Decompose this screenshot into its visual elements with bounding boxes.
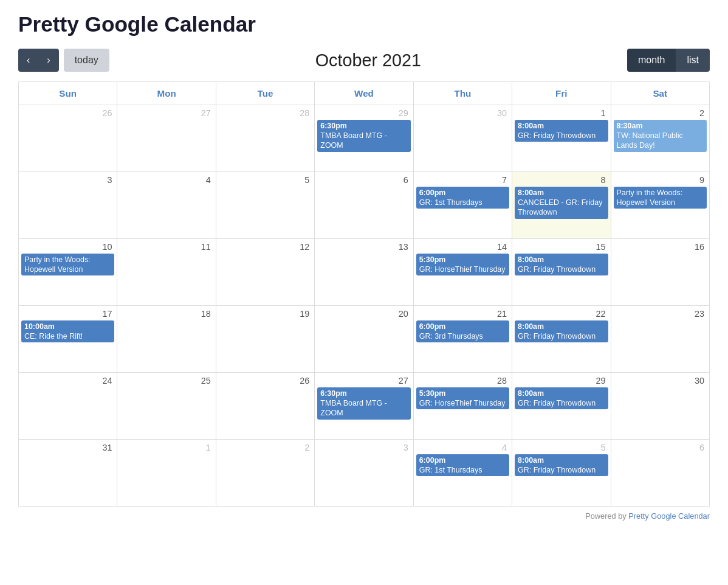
day-number: 5: [599, 441, 608, 454]
nav-group: ‹ ›: [18, 49, 59, 72]
calendar-cell: 145:30pmGR: HorseThief Thursday: [413, 239, 512, 306]
list-view-button[interactable]: list: [676, 49, 710, 72]
calendar-event[interactable]: 8:00amGR: Friday Throwdown: [515, 254, 608, 275]
calendar-cell: 76:00pmGR: 1st Thursdays: [413, 172, 512, 239]
calendar-event[interactable]: Party in the Woods: Hopewell Version: [21, 254, 114, 275]
view-group: month list: [627, 49, 710, 72]
day-number: 31: [100, 441, 114, 454]
day-number: 30: [495, 107, 509, 119]
calendar-event[interactable]: 5:30pmGR: HorseThief Thursday: [416, 254, 509, 275]
calendar-cell: 25: [117, 373, 216, 440]
calendar-event[interactable]: 10:00amCE: Ride the Rift!: [21, 320, 114, 342]
footer-link[interactable]: Pretty Google Calendar: [628, 511, 710, 521]
day-number: 10: [100, 241, 114, 253]
day-number: 21: [495, 308, 509, 320]
calendar-cell: 298:00amGR: Friday Throwdown: [512, 373, 611, 440]
calendar-cell: 3: [19, 172, 117, 239]
day-number: 29: [396, 107, 411, 119]
day-number: 6: [697, 441, 707, 454]
calendar-event[interactable]: 8:30amTW: National Public Lands Day!: [614, 120, 707, 152]
calendar-event[interactable]: 6:00pmGR: 1st Thursdays: [416, 454, 509, 476]
calendar-event[interactable]: 6:30pmTMBA Board MTG - ZOOM: [317, 120, 410, 152]
app-title: Pretty Google Calendar: [18, 12, 710, 36]
calendar-cell: 28: [216, 105, 314, 172]
calendar-cell: 28:30amTW: National Public Lands Day!: [611, 105, 709, 172]
calendar-cell: 30: [413, 105, 512, 172]
day-number: 4: [204, 174, 213, 186]
day-number: 27: [396, 375, 411, 387]
calendar-cell: 18:00amGR: Friday Throwdown: [512, 105, 611, 172]
calendar-cell: 1: [117, 440, 216, 507]
calendar-cell: 9Party in the Woods: Hopewell Version: [611, 172, 709, 239]
calendar-cell: 12: [216, 239, 314, 306]
calendar-cell: 6: [315, 172, 413, 239]
calendar-cell: 58:00amGR: Friday Throwdown: [512, 440, 611, 507]
day-number: 7: [500, 174, 509, 186]
day-header: Thu: [413, 82, 512, 105]
day-number: 4: [500, 441, 509, 454]
calendar-event[interactable]: 6:00pmGR: 3rd Thursdays: [416, 320, 509, 342]
day-header: Tue: [216, 82, 314, 105]
calendar-cell: 16: [611, 239, 709, 306]
calendar-cell: 26: [19, 105, 117, 172]
day-number: 12: [297, 241, 312, 253]
day-number: 17: [100, 308, 114, 320]
calendar-cell: 6: [611, 440, 709, 507]
calendar-event[interactable]: 8:00amGR: Friday Throwdown: [515, 120, 608, 142]
calendar-event[interactable]: 8:00amCANCELED - GR: Friday Throwdown: [515, 187, 608, 219]
calendar-cell: 20: [315, 306, 413, 373]
day-number: 15: [594, 241, 608, 253]
day-number: 3: [105, 174, 114, 186]
footer: Powered by Pretty Google Calendar: [18, 511, 710, 521]
day-header: Wed: [315, 82, 413, 105]
calendar-event[interactable]: 6:00pmGR: 1st Thursdays: [416, 187, 509, 209]
calendar-cell: 24: [19, 373, 117, 440]
calendar-cell: 5: [216, 172, 314, 239]
day-number: 25: [199, 375, 213, 387]
day-number: 9: [697, 174, 707, 186]
day-number: 6: [401, 174, 411, 186]
day-number: 23: [692, 308, 707, 320]
today-button[interactable]: today: [64, 49, 109, 72]
calendar-cell: 19: [216, 306, 314, 373]
day-number: 1: [204, 441, 213, 454]
calendar-event[interactable]: 5:30pmGR: HorseThief Thursday: [416, 387, 509, 409]
month-view-button[interactable]: month: [627, 49, 676, 72]
calendar-event[interactable]: 6:30pmTMBA Board MTG - ZOOM: [317, 387, 410, 420]
day-number: 22: [594, 308, 608, 320]
day-number: 13: [396, 241, 411, 253]
calendar-cell: 88:00amCANCELED - GR: Friday Throwdown: [512, 172, 611, 239]
day-number: 11: [199, 241, 213, 253]
calendar-cell: 228:00amGR: Friday Throwdown: [512, 306, 611, 373]
calendar-event[interactable]: 8:00amGR: Friday Throwdown: [515, 387, 608, 409]
next-button[interactable]: ›: [38, 49, 58, 72]
day-number: 24: [100, 375, 114, 387]
day-number: 2: [697, 107, 707, 119]
day-number: 5: [302, 174, 312, 186]
day-number: 16: [692, 241, 707, 253]
day-number: 19: [297, 308, 312, 320]
calendar-event[interactable]: Party in the Woods: Hopewell Version: [614, 187, 707, 209]
calendar-event[interactable]: 8:00amGR: Friday Throwdown: [515, 320, 608, 342]
day-number: 28: [495, 375, 509, 387]
footer-text: Powered by: [585, 511, 628, 521]
day-header: Sun: [19, 82, 117, 105]
calendar-cell: 285:30pmGR: HorseThief Thursday: [413, 373, 512, 440]
calendar-event[interactable]: 8:00amGR: Friday Throwdown: [515, 454, 608, 476]
calendar-cell: 10Party in the Woods: Hopewell Version: [19, 239, 117, 306]
prev-button[interactable]: ‹: [18, 49, 38, 72]
day-number: 26: [297, 375, 312, 387]
calendar-cell: 11: [117, 239, 216, 306]
calendar-cell: 276:30pmTMBA Board MTG - ZOOM: [315, 373, 413, 440]
day-number: 29: [594, 375, 608, 387]
calendar-cell: 4: [117, 172, 216, 239]
day-number: 3: [401, 441, 411, 454]
calendar-cell: 26: [216, 373, 314, 440]
calendar: SunMonTueWedThuFriSat 262728296:30pmTMBA…: [18, 81, 710, 507]
month-title: October 2021: [109, 50, 627, 71]
day-number: 30: [692, 375, 707, 387]
calendar-cell: 1710:00amCE: Ride the Rift!: [19, 306, 117, 373]
calendar-cell: 23: [611, 306, 709, 373]
day-header: Fri: [512, 82, 611, 105]
day-number: 2: [302, 441, 312, 454]
